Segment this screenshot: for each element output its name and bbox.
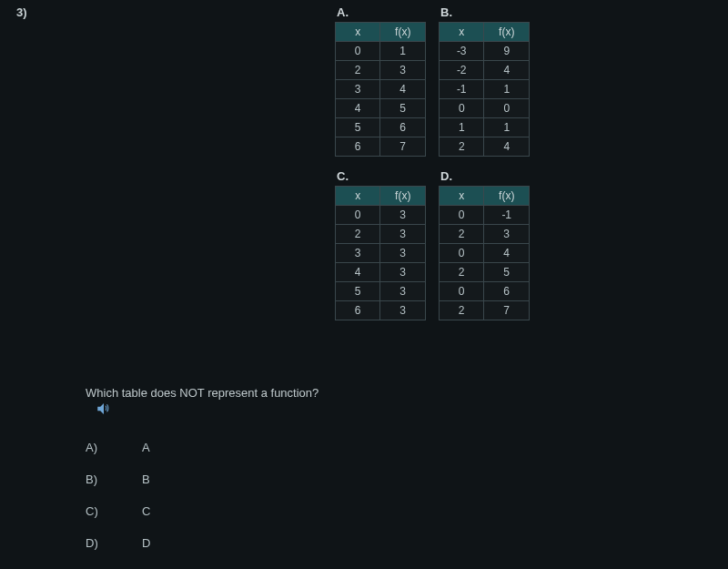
cell: 2: [440, 263, 484, 282]
table-d-header-fx: f(x): [484, 187, 530, 206]
cell: 0: [484, 99, 530, 118]
cell: 0: [440, 282, 484, 301]
choice-b[interactable]: B) B: [86, 472, 150, 486]
table-a-label: A.: [335, 5, 426, 19]
cell: 7: [484, 301, 530, 320]
choice-d-value: D: [142, 536, 150, 550]
cell: 3: [380, 263, 426, 282]
table-a-header-fx: f(x): [380, 23, 426, 42]
cell: 3: [380, 206, 426, 225]
cell: 3: [380, 301, 426, 320]
cell: 1: [484, 80, 530, 99]
cell: 2: [440, 225, 484, 244]
cell: 2: [336, 225, 380, 244]
cell: 0: [336, 42, 380, 61]
cell: 9: [484, 42, 530, 61]
cell: -1: [440, 80, 484, 99]
table-d-block: D. x f(x) 0-1 23 04 25 06 27: [439, 169, 530, 320]
tables-container: A. x f(x) 01 23 34 45 56 67 B. x f(x) -3…: [335, 5, 544, 320]
choice-a-key: A): [86, 441, 142, 454]
cell: 0: [336, 206, 380, 225]
cell: 3: [336, 244, 380, 263]
question-number: 3): [16, 5, 27, 19]
cell: 5: [484, 263, 530, 282]
cell: 1: [484, 118, 530, 137]
speaker-icon[interactable]: [95, 401, 113, 417]
table-c-label: C.: [335, 169, 426, 183]
cell: 6: [336, 137, 380, 157]
answer-choices: A) A B) B C) C D) D: [86, 441, 150, 550]
cell: 0: [440, 99, 484, 118]
cell: 1: [440, 118, 484, 137]
cell: 5: [380, 99, 426, 118]
cell: -3: [440, 42, 484, 61]
cell: 5: [336, 282, 380, 301]
choice-c-value: C: [142, 504, 150, 518]
cell: 3: [380, 61, 426, 80]
cell: 5: [336, 118, 380, 137]
choice-a[interactable]: A) A: [86, 441, 150, 454]
cell: -1: [484, 206, 530, 225]
cell: 6: [484, 282, 530, 301]
choice-b-key: B): [86, 472, 142, 486]
table-c-block: C. x f(x) 03 23 33 43 53 63: [335, 169, 426, 320]
table-a-header-x: x: [336, 23, 380, 42]
cell: 3: [380, 225, 426, 244]
cell: 2: [440, 137, 484, 157]
cell: 0: [440, 206, 484, 225]
cell: 3: [336, 80, 380, 99]
cell: 0: [440, 244, 484, 263]
table-b-label: B.: [439, 5, 530, 19]
table-a: x f(x) 01 23 34 45 56 67: [335, 22, 426, 157]
cell: 4: [336, 99, 380, 118]
cell: 3: [484, 225, 530, 244]
cell: 6: [380, 118, 426, 137]
cell: 3: [380, 244, 426, 263]
cell: 4: [336, 263, 380, 282]
cell: 4: [484, 137, 530, 157]
choice-c-key: C): [86, 504, 142, 518]
cell: 3: [380, 282, 426, 301]
cell: 1: [380, 42, 426, 61]
cell: 4: [484, 244, 530, 263]
table-c-header-fx: f(x): [380, 187, 426, 206]
choice-a-value: A: [142, 441, 150, 454]
cell: 4: [380, 80, 426, 99]
cell: 2: [336, 61, 380, 80]
table-c-header-x: x: [336, 187, 380, 206]
cell: -2: [440, 61, 484, 80]
choice-b-value: B: [142, 472, 150, 486]
table-d: x f(x) 0-1 23 04 25 06 27: [439, 186, 530, 320]
question-prompt: Which table does NOT represent a functio…: [86, 386, 318, 400]
table-b-header-x: x: [440, 23, 484, 42]
table-c: x f(x) 03 23 33 43 53 63: [335, 186, 426, 320]
choice-c[interactable]: C) C: [86, 504, 150, 518]
table-b-header-fx: f(x): [484, 23, 530, 42]
table-d-label: D.: [439, 169, 530, 183]
choice-d-key: D): [86, 536, 142, 550]
table-b-block: B. x f(x) -39 -24 -11 00 11 24: [439, 5, 530, 157]
table-d-header-x: x: [440, 187, 484, 206]
choice-d[interactable]: D) D: [86, 536, 150, 550]
table-b: x f(x) -39 -24 -11 00 11 24: [439, 22, 530, 157]
cell: 7: [380, 137, 426, 157]
cell: 6: [336, 301, 380, 320]
cell: 4: [484, 61, 530, 80]
cell: 2: [440, 301, 484, 320]
table-a-block: A. x f(x) 01 23 34 45 56 67: [335, 5, 426, 157]
